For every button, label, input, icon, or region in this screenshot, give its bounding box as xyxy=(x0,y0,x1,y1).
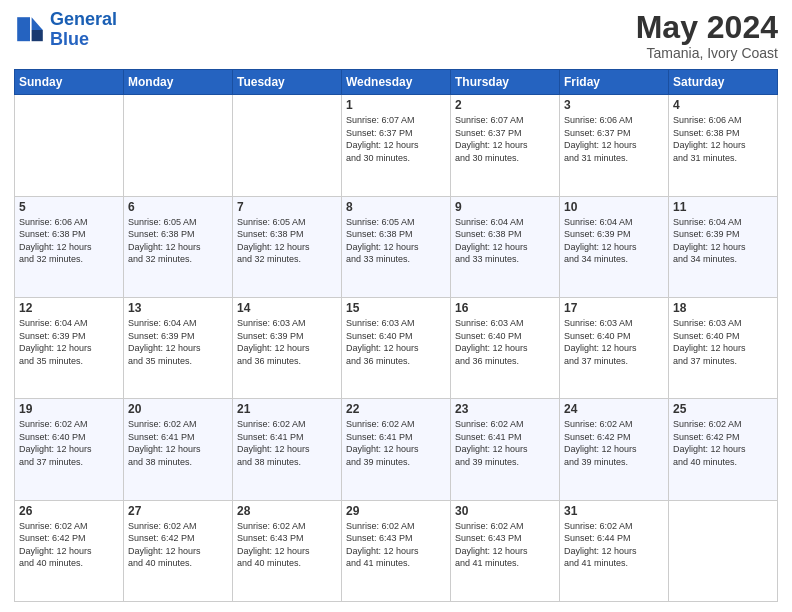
day-number: 8 xyxy=(346,200,446,214)
day-number: 2 xyxy=(455,98,555,112)
weekday-header-monday: Monday xyxy=(124,70,233,95)
day-info: Sunrise: 6:02 AM Sunset: 6:43 PM Dayligh… xyxy=(346,520,446,570)
day-info: Sunrise: 6:02 AM Sunset: 6:42 PM Dayligh… xyxy=(564,418,664,468)
calendar-cell: 27Sunrise: 6:02 AM Sunset: 6:42 PM Dayli… xyxy=(124,500,233,601)
day-info: Sunrise: 6:05 AM Sunset: 6:38 PM Dayligh… xyxy=(346,216,446,266)
header: General Blue May 2024 Tamania, Ivory Coa… xyxy=(14,10,778,61)
week-row-3: 19Sunrise: 6:02 AM Sunset: 6:40 PM Dayli… xyxy=(15,399,778,500)
day-number: 11 xyxy=(673,200,773,214)
day-info: Sunrise: 6:03 AM Sunset: 6:40 PM Dayligh… xyxy=(455,317,555,367)
day-info: Sunrise: 6:02 AM Sunset: 6:41 PM Dayligh… xyxy=(237,418,337,468)
day-info: Sunrise: 6:03 AM Sunset: 6:40 PM Dayligh… xyxy=(346,317,446,367)
weekday-header-friday: Friday xyxy=(560,70,669,95)
main-title: May 2024 xyxy=(636,10,778,45)
day-number: 5 xyxy=(19,200,119,214)
day-number: 22 xyxy=(346,402,446,416)
calendar-cell: 7Sunrise: 6:05 AM Sunset: 6:38 PM Daylig… xyxy=(233,196,342,297)
day-number: 15 xyxy=(346,301,446,315)
day-number: 7 xyxy=(237,200,337,214)
day-info: Sunrise: 6:02 AM Sunset: 6:41 PM Dayligh… xyxy=(455,418,555,468)
calendar-cell: 22Sunrise: 6:02 AM Sunset: 6:41 PM Dayli… xyxy=(342,399,451,500)
day-number: 19 xyxy=(19,402,119,416)
page: General Blue May 2024 Tamania, Ivory Coa… xyxy=(0,0,792,612)
calendar-cell: 14Sunrise: 6:03 AM Sunset: 6:39 PM Dayli… xyxy=(233,297,342,398)
calendar-cell: 21Sunrise: 6:02 AM Sunset: 6:41 PM Dayli… xyxy=(233,399,342,500)
day-info: Sunrise: 6:02 AM Sunset: 6:43 PM Dayligh… xyxy=(455,520,555,570)
week-row-2: 12Sunrise: 6:04 AM Sunset: 6:39 PM Dayli… xyxy=(15,297,778,398)
calendar-cell: 19Sunrise: 6:02 AM Sunset: 6:40 PM Dayli… xyxy=(15,399,124,500)
title-block: May 2024 Tamania, Ivory Coast xyxy=(636,10,778,61)
calendar-cell: 26Sunrise: 6:02 AM Sunset: 6:42 PM Dayli… xyxy=(15,500,124,601)
calendar-cell: 12Sunrise: 6:04 AM Sunset: 6:39 PM Dayli… xyxy=(15,297,124,398)
calendar-cell: 6Sunrise: 6:05 AM Sunset: 6:38 PM Daylig… xyxy=(124,196,233,297)
day-info: Sunrise: 6:04 AM Sunset: 6:39 PM Dayligh… xyxy=(128,317,228,367)
day-number: 13 xyxy=(128,301,228,315)
day-number: 30 xyxy=(455,504,555,518)
day-info: Sunrise: 6:06 AM Sunset: 6:38 PM Dayligh… xyxy=(673,114,773,164)
calendar-cell: 25Sunrise: 6:02 AM Sunset: 6:42 PM Dayli… xyxy=(669,399,778,500)
svg-marker-0 xyxy=(32,17,43,30)
day-info: Sunrise: 6:02 AM Sunset: 6:41 PM Dayligh… xyxy=(128,418,228,468)
day-number: 9 xyxy=(455,200,555,214)
day-number: 6 xyxy=(128,200,228,214)
day-number: 10 xyxy=(564,200,664,214)
calendar-cell: 8Sunrise: 6:05 AM Sunset: 6:38 PM Daylig… xyxy=(342,196,451,297)
day-number: 25 xyxy=(673,402,773,416)
calendar-cell: 4Sunrise: 6:06 AM Sunset: 6:38 PM Daylig… xyxy=(669,95,778,196)
day-info: Sunrise: 6:06 AM Sunset: 6:37 PM Dayligh… xyxy=(564,114,664,164)
day-info: Sunrise: 6:02 AM Sunset: 6:42 PM Dayligh… xyxy=(673,418,773,468)
calendar-cell: 15Sunrise: 6:03 AM Sunset: 6:40 PM Dayli… xyxy=(342,297,451,398)
calendar-cell: 30Sunrise: 6:02 AM Sunset: 6:43 PM Dayli… xyxy=(451,500,560,601)
day-info: Sunrise: 6:06 AM Sunset: 6:38 PM Dayligh… xyxy=(19,216,119,266)
day-number: 12 xyxy=(19,301,119,315)
day-number: 14 xyxy=(237,301,337,315)
day-number: 3 xyxy=(564,98,664,112)
day-number: 27 xyxy=(128,504,228,518)
logo: General Blue xyxy=(14,10,117,50)
day-number: 24 xyxy=(564,402,664,416)
day-info: Sunrise: 6:07 AM Sunset: 6:37 PM Dayligh… xyxy=(346,114,446,164)
svg-rect-2 xyxy=(17,17,30,41)
calendar-cell xyxy=(669,500,778,601)
week-row-1: 5Sunrise: 6:06 AM Sunset: 6:38 PM Daylig… xyxy=(15,196,778,297)
day-info: Sunrise: 6:04 AM Sunset: 6:39 PM Dayligh… xyxy=(564,216,664,266)
calendar-cell: 20Sunrise: 6:02 AM Sunset: 6:41 PM Dayli… xyxy=(124,399,233,500)
calendar-cell: 10Sunrise: 6:04 AM Sunset: 6:39 PM Dayli… xyxy=(560,196,669,297)
day-info: Sunrise: 6:02 AM Sunset: 6:43 PM Dayligh… xyxy=(237,520,337,570)
day-number: 18 xyxy=(673,301,773,315)
day-info: Sunrise: 6:04 AM Sunset: 6:38 PM Dayligh… xyxy=(455,216,555,266)
day-number: 4 xyxy=(673,98,773,112)
weekday-header-sunday: Sunday xyxy=(15,70,124,95)
calendar-cell: 3Sunrise: 6:06 AM Sunset: 6:37 PM Daylig… xyxy=(560,95,669,196)
svg-marker-1 xyxy=(32,30,43,41)
day-info: Sunrise: 6:04 AM Sunset: 6:39 PM Dayligh… xyxy=(673,216,773,266)
calendar-cell: 17Sunrise: 6:03 AM Sunset: 6:40 PM Dayli… xyxy=(560,297,669,398)
calendar-cell: 28Sunrise: 6:02 AM Sunset: 6:43 PM Dayli… xyxy=(233,500,342,601)
day-number: 28 xyxy=(237,504,337,518)
day-number: 17 xyxy=(564,301,664,315)
calendar-cell: 23Sunrise: 6:02 AM Sunset: 6:41 PM Dayli… xyxy=(451,399,560,500)
day-number: 1 xyxy=(346,98,446,112)
logo-blue: Blue xyxy=(50,29,89,49)
week-row-4: 26Sunrise: 6:02 AM Sunset: 6:42 PM Dayli… xyxy=(15,500,778,601)
subtitle: Tamania, Ivory Coast xyxy=(636,45,778,61)
calendar-cell: 18Sunrise: 6:03 AM Sunset: 6:40 PM Dayli… xyxy=(669,297,778,398)
calendar-cell: 5Sunrise: 6:06 AM Sunset: 6:38 PM Daylig… xyxy=(15,196,124,297)
calendar-cell: 24Sunrise: 6:02 AM Sunset: 6:42 PM Dayli… xyxy=(560,399,669,500)
day-number: 26 xyxy=(19,504,119,518)
calendar-cell xyxy=(124,95,233,196)
calendar-cell: 1Sunrise: 6:07 AM Sunset: 6:37 PM Daylig… xyxy=(342,95,451,196)
calendar-cell: 16Sunrise: 6:03 AM Sunset: 6:40 PM Dayli… xyxy=(451,297,560,398)
calendar-cell: 9Sunrise: 6:04 AM Sunset: 6:38 PM Daylig… xyxy=(451,196,560,297)
calendar-cell: 2Sunrise: 6:07 AM Sunset: 6:37 PM Daylig… xyxy=(451,95,560,196)
calendar-cell: 11Sunrise: 6:04 AM Sunset: 6:39 PM Dayli… xyxy=(669,196,778,297)
week-row-0: 1Sunrise: 6:07 AM Sunset: 6:37 PM Daylig… xyxy=(15,95,778,196)
day-info: Sunrise: 6:05 AM Sunset: 6:38 PM Dayligh… xyxy=(128,216,228,266)
logo-general: General xyxy=(50,9,117,29)
day-number: 21 xyxy=(237,402,337,416)
calendar-cell: 13Sunrise: 6:04 AM Sunset: 6:39 PM Dayli… xyxy=(124,297,233,398)
calendar-cell: 31Sunrise: 6:02 AM Sunset: 6:44 PM Dayli… xyxy=(560,500,669,601)
day-info: Sunrise: 6:02 AM Sunset: 6:42 PM Dayligh… xyxy=(128,520,228,570)
day-number: 20 xyxy=(128,402,228,416)
weekday-header-wednesday: Wednesday xyxy=(342,70,451,95)
